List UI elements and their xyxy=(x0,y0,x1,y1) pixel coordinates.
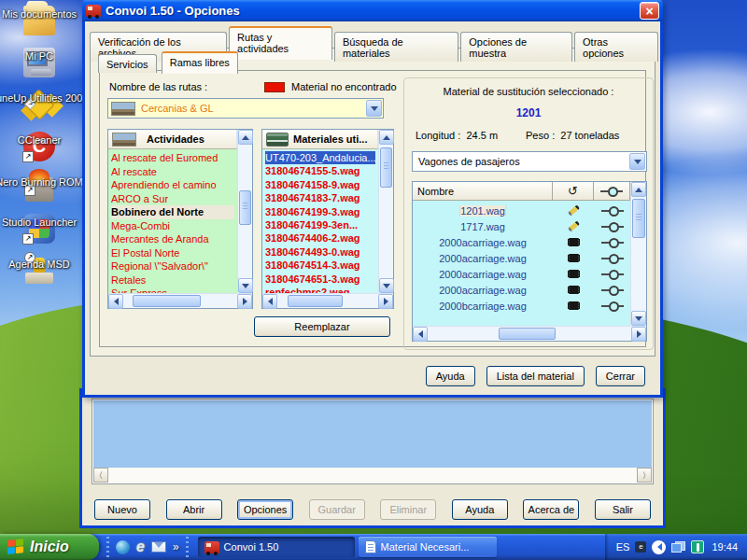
desktop-icon[interactable]: Agenda MSD xyxy=(2,256,77,284)
tab[interactable]: Opciones de muestra xyxy=(460,32,572,62)
activity-item[interactable]: El Postal Norte xyxy=(111,246,234,260)
scroll-right-icon[interactable] xyxy=(378,294,393,309)
scroll-left-icon[interactable] xyxy=(413,327,428,342)
main-window-list-area[interactable] xyxy=(93,400,652,468)
substitution-row[interactable]: 1717.wag xyxy=(413,218,630,234)
scroll-up-icon[interactable] xyxy=(631,182,646,197)
main-window-button[interactable]: Salir xyxy=(595,499,651,520)
language-indicator[interactable]: ES xyxy=(616,541,630,553)
main-window-button[interactable]: Abrir xyxy=(166,499,222,520)
material-item[interactable]: UT470-203_Andalucia... xyxy=(265,151,375,164)
replace-button[interactable]: Reemplazar xyxy=(254,316,390,337)
dialog-titlebar[interactable]: Convoi 1.50 - Opciones × xyxy=(82,0,663,21)
material-item[interactable]: 31804674199-3en... xyxy=(265,218,375,231)
activity-item[interactable]: Aprendiendo el camino xyxy=(111,178,234,192)
main-window-button[interactable]: Guardar xyxy=(309,499,365,520)
activity-item[interactable]: Al rescate xyxy=(111,165,234,179)
network-icon[interactable] xyxy=(671,541,685,553)
material-item[interactable]: 31804674651-3.wag xyxy=(265,273,375,286)
scroll-right-icon[interactable] xyxy=(631,327,646,342)
tray-app-icon[interactable]: e xyxy=(635,541,646,553)
scroll-thumb[interactable] xyxy=(133,295,201,307)
activity-item[interactable]: Mercantes de Aranda xyxy=(111,232,234,246)
column-direction[interactable]: ↺ xyxy=(553,182,594,201)
material-item[interactable]: renfecbmrc2.wag xyxy=(265,286,375,293)
substitution-row[interactable]: 1201.wag xyxy=(413,203,630,218)
main-window-button[interactable]: Acerca de xyxy=(523,499,579,520)
activity-item[interactable]: Al rescate del Euromed xyxy=(111,151,234,165)
column-nombre[interactable]: Nombre xyxy=(413,182,553,201)
quicklaunch-overflow-chevron[interactable]: » xyxy=(173,540,179,553)
activities-header[interactable]: Actividades xyxy=(108,130,237,149)
desktop-icon[interactable]: Mis documentos xyxy=(2,6,77,35)
scroll-left-icon[interactable]: 〈 xyxy=(93,468,108,483)
tab[interactable]: Rutas y actividades xyxy=(229,26,332,60)
task-button[interactable]: Convoi 1.50 xyxy=(198,537,355,557)
activities-hscrollbar[interactable] xyxy=(108,293,252,308)
activity-item[interactable]: Sur Express xyxy=(111,287,234,293)
tab[interactable]: Búsqueda de materiales xyxy=(334,32,458,62)
substitution-hscrollbar[interactable] xyxy=(413,326,646,341)
substitution-row[interactable]: 2000acarriage.wag xyxy=(413,250,630,266)
main-window-button[interactable]: Nuevo xyxy=(94,499,150,520)
internet-explorer-icon[interactable]: e xyxy=(136,539,145,555)
substitution-row[interactable]: 2000bcarriage.wag xyxy=(413,298,630,314)
substitution-row[interactable]: 2000acarriage.wag xyxy=(413,282,630,298)
substitution-row[interactable]: 2000acarriage.wag xyxy=(413,266,630,282)
route-select[interactable]: Cercanias & GL xyxy=(107,98,384,119)
materials-vscrollbar[interactable] xyxy=(378,130,393,293)
close-button[interactable]: × xyxy=(640,2,659,20)
main-window-hscrollbar[interactable]: 〈 〉 xyxy=(93,468,652,483)
main-window-button[interactable]: Eliminar xyxy=(380,499,436,520)
material-item[interactable]: 31804674158-9.wag xyxy=(265,178,375,191)
tab[interactable]: Otras opciones xyxy=(574,32,658,62)
scroll-down-icon[interactable] xyxy=(238,278,253,293)
substitution-row[interactable]: 2000acarriage.wag xyxy=(413,234,630,250)
activity-item[interactable]: Retales xyxy=(111,273,234,287)
hide-icons-chevron[interactable] xyxy=(652,540,666,554)
scroll-up-icon[interactable] xyxy=(238,130,253,145)
column-coupling[interactable] xyxy=(594,182,630,201)
dialog-button[interactable]: Ayuda xyxy=(426,366,475,386)
task-button[interactable]: Material Necesari... xyxy=(359,537,497,557)
material-item[interactable]: 31804674406-2.wag xyxy=(265,231,375,245)
desktop-icon[interactable]: Studio Launcher xyxy=(2,214,77,244)
messenger-icon[interactable] xyxy=(116,540,130,554)
outlook-express-icon[interactable] xyxy=(151,541,166,553)
scroll-right-icon[interactable]: 〉 xyxy=(637,468,652,483)
desktop-icon[interactable]: CCleaner xyxy=(2,132,77,161)
sub-tab[interactable]: Ramas libres xyxy=(162,51,238,74)
category-select[interactable]: Vagones de pasajeros xyxy=(412,151,647,172)
dialog-button[interactable]: Lista del material xyxy=(486,366,585,386)
dialog-button[interactable]: Cerrar xyxy=(596,366,645,386)
material-item[interactable]: 31804674155-5.wag xyxy=(265,164,375,177)
scroll-right-icon[interactable] xyxy=(237,294,252,309)
scroll-thumb[interactable] xyxy=(380,147,392,188)
scroll-up-icon[interactable] xyxy=(379,130,394,145)
clock[interactable]: 19:44 xyxy=(712,541,738,553)
scroll-thumb[interactable] xyxy=(288,295,343,307)
activity-item[interactable]: ARCO a Sur xyxy=(111,192,234,206)
material-item[interactable]: 31804674514-3.wag xyxy=(265,259,375,272)
desktop-icon[interactable]: TuneUp Utilities 2007 xyxy=(2,90,77,119)
scroll-down-icon[interactable] xyxy=(379,278,394,293)
materials-hscrollbar[interactable] xyxy=(262,293,393,308)
material-item[interactable]: 31804674493-0.wag xyxy=(265,245,375,259)
scroll-down-icon[interactable] xyxy=(631,311,646,326)
desktop-icon[interactable]: Nero Burning ROM xyxy=(2,174,77,202)
chevron-down-icon[interactable] xyxy=(366,100,382,117)
scroll-left-icon[interactable] xyxy=(108,294,123,309)
start-button[interactable]: Inicio xyxy=(0,534,99,560)
scroll-thumb[interactable] xyxy=(632,199,645,237)
material-item[interactable]: 31804674199-3.wag xyxy=(265,205,375,218)
activity-item[interactable]: Regional \"Salvador\" xyxy=(111,259,234,273)
codec-tray-icon[interactable] xyxy=(691,540,704,553)
scroll-thumb[interactable] xyxy=(239,190,251,225)
main-window-button[interactable]: Opciones xyxy=(237,499,293,520)
scroll-thumb[interactable] xyxy=(499,328,556,340)
sub-tab[interactable]: Servicios xyxy=(98,54,157,73)
activity-item[interactable]: Bobinero del Norte xyxy=(111,205,234,219)
material-item[interactable]: 31804674183-7.wag xyxy=(265,191,375,204)
chevron-down-icon[interactable] xyxy=(629,153,645,170)
substitution-vscrollbar[interactable] xyxy=(630,182,646,326)
